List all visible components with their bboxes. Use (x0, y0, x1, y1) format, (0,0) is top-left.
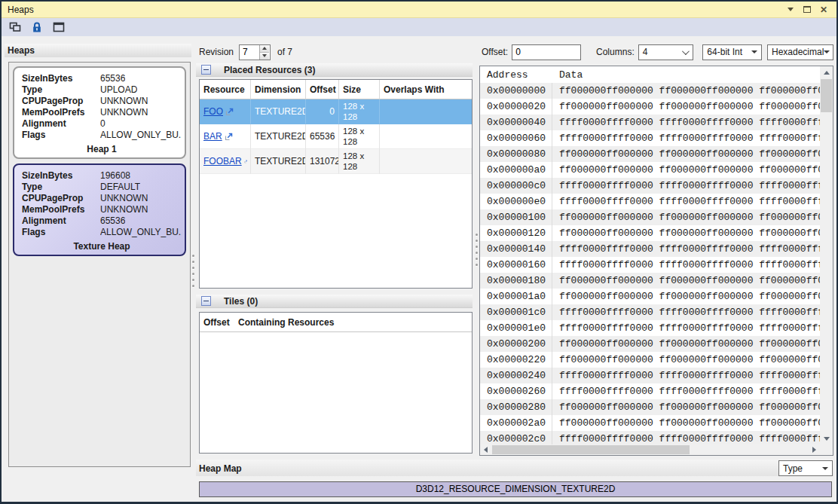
address-cell: 0x000001e0 (480, 320, 552, 336)
field-label: CPUPageProp (22, 193, 100, 204)
scroll-up-button[interactable] (820, 66, 833, 78)
table-row[interactable]: FOO TEXTURE2D 0 128 x 128 (65536) (200, 99, 472, 124)
data-cell: ff000000ff000000 ff000000ff000000 ff0000… (552, 83, 820, 99)
memory-row[interactable]: 0x00000060 ffff0000ffff0000 ffff0000ffff… (480, 130, 820, 146)
address-cell: 0x000000c0 (480, 178, 552, 194)
address-cell: 0x00000000 (480, 83, 552, 99)
scrollbar-corner (820, 444, 833, 455)
int-format-select[interactable]: 64-bit Int (702, 44, 761, 60)
tiles-table: Offset Containing Resources (199, 312, 473, 454)
memory-row[interactable]: 0x00000200 ff000000ff000000 ff000000ff00… (480, 336, 820, 352)
collapse-button[interactable] (201, 65, 211, 75)
vertical-scroll-thumb[interactable] (821, 79, 832, 112)
navigate-icon (225, 133, 233, 141)
column-header[interactable]: Size (339, 80, 380, 99)
overlaps-cell (380, 149, 472, 174)
number-format-select[interactable]: Hexadecimal (767, 44, 833, 60)
memory-row[interactable]: 0x00000000 ff000000ff000000 ff000000ff00… (480, 83, 820, 99)
memory-row[interactable]: 0x000001c0 ffff0000ffff0000 ffff0000ffff… (480, 304, 820, 320)
data-cell: ff000000ff000000 ff000000ff000000 ff0000… (552, 209, 820, 225)
memory-row[interactable]: 0x00000120 ff000000ff000000 ff000000ff00… (480, 225, 820, 241)
collapse-button[interactable] (201, 296, 211, 306)
address-cell: 0x00000020 (480, 99, 552, 115)
memory-row[interactable]: 0x00000260 ffff0000ffff0000 ffff0000ffff… (480, 383, 820, 399)
heaps-window: Heaps ✕ (0, 0, 838, 504)
memory-row[interactable]: 0x000000c0 ffff0000ffff0000 ffff0000ffff… (480, 178, 820, 194)
memory-row[interactable]: 0x000000e0 ffff0000ffff0000 ffff0000ffff… (480, 194, 820, 209)
address-cell: 0x00000140 (480, 241, 552, 257)
memory-row[interactable]: 0x00000020 ff000000ff000000 ff000000ff00… (480, 99, 820, 115)
field-value: DEFAULT (100, 182, 140, 193)
revision-up-button[interactable] (260, 45, 269, 52)
horizontal-scroll-thumb[interactable] (492, 445, 690, 454)
columns-select[interactable]: 4 (638, 44, 693, 60)
memory-row[interactable]: 0x00000040 ffff0000ffff0000 ffff0000ffff… (480, 115, 820, 130)
scroll-right-button[interactable] (809, 444, 820, 455)
horizontal-scrollbar[interactable] (480, 444, 820, 455)
resource-link[interactable]: BAR (203, 131, 222, 142)
close-button[interactable]: ✕ (815, 4, 832, 16)
memory-row[interactable]: 0x000002c0 ffff0000ffff0000 ffff0000ffff… (480, 431, 820, 444)
data-cell: ffff0000ffff0000 ffff0000ffff0000 ffff00… (552, 194, 820, 209)
field-value: UNKNOWN (100, 96, 148, 107)
field-label: SizeInBytes (22, 73, 100, 84)
field-label: Flags (22, 130, 100, 141)
memory-row[interactable]: 0x000002a0 ff000000ff000000 ff000000ff00… (480, 415, 820, 431)
memory-row[interactable]: 0x00000280 ff000000ff000000 ff000000ff00… (480, 399, 820, 415)
memory-row[interactable]: 0x00000100 ff000000ff000000 ff000000ff00… (480, 209, 820, 225)
field-value: 65536 (100, 73, 125, 84)
lock-button[interactable] (30, 21, 43, 33)
column-header[interactable]: Overlaps With (380, 80, 472, 99)
memory-row[interactable]: 0x000000a0 ff000000ff000000 ff000000ff00… (480, 162, 820, 178)
scroll-down-button[interactable] (820, 432, 833, 444)
column-header[interactable]: Dimension (251, 80, 306, 99)
vertical-scrollbar[interactable] (820, 66, 833, 444)
maximize-icon (803, 6, 811, 13)
column-header[interactable]: Offset (306, 80, 339, 99)
field-value: UNKNOWN (100, 193, 148, 204)
memory-row[interactable]: 0x00000080 ff000000ff000000 ff000000ff00… (480, 146, 820, 162)
data-cell: ff000000ff000000 ff000000ff000000 ff0000… (552, 352, 820, 368)
data-cell: ffff0000ffff0000 ffff0000ffff0000 ffff00… (552, 178, 820, 194)
heap-card[interactable]: SizeInBytes65536 TypeUPLOAD CPUPagePropU… (13, 66, 186, 159)
revision-down-button[interactable] (260, 52, 269, 60)
column-header[interactable]: Offset (200, 313, 234, 332)
memory-row[interactable]: 0x000001a0 ff000000ff000000 ff000000ff00… (480, 289, 820, 304)
heap-card[interactable]: SizeInBytes196608 TypeDEFAULT CPUPagePro… (13, 163, 186, 256)
memory-row[interactable]: 0x00000140 ffff0000ffff0000 ffff0000ffff… (480, 241, 820, 257)
scroll-left-button[interactable] (480, 444, 491, 455)
field-value: UPLOAD (100, 84, 137, 96)
field-label: Flags (22, 227, 100, 238)
dropdown-arrow-icon (751, 50, 757, 53)
address-cell: 0x00000040 (480, 115, 552, 130)
memory-row[interactable]: 0x00000160 ffff0000ffff0000 ffff0000ffff… (480, 257, 820, 273)
column-header[interactable]: Containing Resources (234, 313, 472, 332)
memory-row[interactable]: 0x00000240 ffff0000ffff0000 ffff0000ffff… (480, 368, 820, 383)
offset-input[interactable] (512, 44, 581, 60)
maximize-button[interactable] (799, 4, 815, 16)
new-window-button[interactable] (52, 21, 65, 33)
data-cell: ffff0000ffff0000 ffff0000ffff0000 ffff00… (552, 304, 820, 320)
dimension-cell: TEXTURE2D (251, 149, 306, 174)
memory-row[interactable]: 0x00000220 ff000000ff000000 ff000000ff00… (480, 352, 820, 368)
cascade-windows-button[interactable] (8, 21, 21, 33)
field-value: UNKNOWN (100, 107, 148, 118)
revision-input[interactable] (240, 45, 259, 60)
data-cell: ff000000ff000000 ff000000ff000000 ff0000… (552, 146, 820, 162)
heap-map-bar[interactable]: D3D12_RESOURCE_DIMENSION_TEXTURE2D (199, 481, 832, 497)
memory-row[interactable]: 0x000001e0 ffff0000ffff0000 ffff0000ffff… (480, 320, 820, 336)
resources-panel: Revision of 7 Placed Resources (3) Resou… (196, 36, 475, 502)
heaps-list: SizeInBytes65536 TypeUPLOAD CPUPagePropU… (8, 62, 191, 467)
address-cell: 0x00000220 (480, 352, 552, 368)
resource-link[interactable]: FOO (203, 106, 223, 117)
resource-link[interactable]: FOOBAR (203, 156, 242, 166)
column-header[interactable]: Resource (200, 80, 251, 99)
table-row[interactable]: BAR TEXTURE2D 65536 128 x 128 (65536) (200, 124, 472, 149)
offset-cell: 65536 (306, 124, 339, 149)
heap-map-type-select[interactable]: Type (778, 460, 833, 476)
data-cell: ff000000ff000000 ff000000ff000000 ff0000… (552, 415, 820, 431)
memory-row[interactable]: 0x00000180 ff000000ff000000 ff000000ff00… (480, 273, 820, 289)
table-row[interactable]: FOOBAR TEXTURE2D 131072 128 x 128 (65536… (200, 149, 472, 174)
address-cell: 0x000001a0 (480, 289, 552, 304)
window-menu-button[interactable] (782, 4, 799, 16)
